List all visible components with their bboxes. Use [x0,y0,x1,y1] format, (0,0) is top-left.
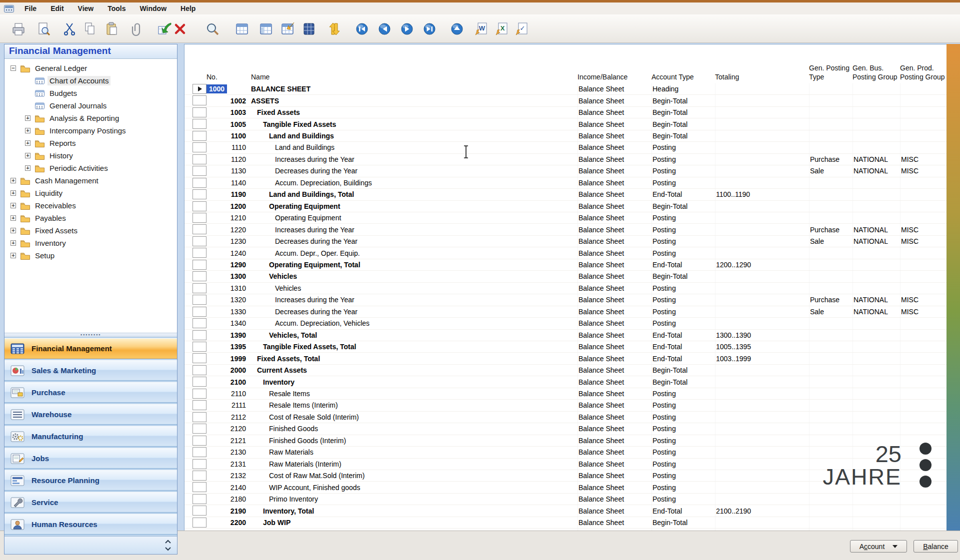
cell-no[interactable]: 2000 [206,365,247,376]
cell-gen-posting-type[interactable] [809,95,852,106]
delete-icon[interactable] [172,20,188,37]
cell-income-balance[interactable]: Balance Sheet [578,447,652,458]
row-selector[interactable] [192,342,206,352]
cell-gen-bus-posting-group[interactable] [852,400,900,411]
table-row[interactable]: 2000Current AssetsBalance SheetBegin-Tot… [184,365,946,376]
cell-no[interactable]: 2130 [206,447,247,458]
cell-gen-bus-posting-group[interactable]: NATIONAL [852,154,900,165]
cell-no[interactable]: 1190 [206,189,247,200]
cell-gen-prod-posting-group[interactable] [900,400,945,411]
cell-gen-posting-type[interactable]: Sale [809,165,852,176]
module-button-manufacturing[interactable]: Manufacturing [4,426,177,447]
cell-gen-posting-type[interactable] [809,412,852,423]
row-selector[interactable] [192,389,206,399]
cell-totaling[interactable] [715,470,809,481]
cell-totaling[interactable] [715,212,809,223]
cell-income-balance[interactable]: Balance Sheet [578,482,652,493]
cell-no[interactable]: 1002 [206,95,247,106]
cell-name[interactable]: Land and Buildings, Total [247,189,578,200]
cell-gen-prod-posting-group[interactable] [900,353,945,364]
table-row[interactable]: 2110Resale ItemsBalance SheetPosting [184,388,946,400]
row-selector[interactable] [192,189,206,199]
cell-gen-bus-posting-group[interactable] [852,283,900,294]
cell-name[interactable]: Land and Buildings [247,130,578,141]
cell-gen-posting-type[interactable] [809,341,852,352]
cell-totaling[interactable] [715,400,809,411]
row-selector[interactable] [192,107,206,117]
cell-account-type[interactable]: Begin-Total [652,376,715,387]
cell-name[interactable]: Accum. Depreciation, Vehicles [247,318,578,329]
cell-income-balance[interactable]: Balance Sheet [578,259,652,270]
cell-totaling[interactable] [715,459,809,470]
print-preview-icon[interactable] [35,20,52,37]
cell-totaling[interactable] [715,271,809,282]
table-row[interactable]: 1999Fixed Assets, TotalBalance SheetEnd-… [184,353,946,364]
cell-gen-posting-type[interactable] [809,330,852,341]
cell-gen-bus-posting-group[interactable] [852,517,900,528]
paste-icon[interactable] [104,20,120,37]
row-selector[interactable] [192,471,206,481]
cell-income-balance[interactable]: Balance Sheet [578,201,652,212]
scroll-up-icon[interactable] [163,538,173,546]
cell-no[interactable]: 1320 [206,294,247,305]
cell-account-type[interactable]: Posting [652,470,715,481]
tree-item-general-ledger[interactable]: −General Ledger [4,62,177,74]
cell-gen-prod-posting-group[interactable] [900,189,945,200]
cell-name[interactable]: Job WIP [247,517,578,528]
table-row[interactable]: 1310VehiclesBalance SheetPosting [184,283,946,294]
row-selector[interactable] [192,377,206,387]
cell-gen-posting-type[interactable] [809,318,852,329]
cell-totaling[interactable] [715,435,809,446]
cell-no[interactable]: 1130 [206,165,247,176]
row-selector[interactable] [192,224,206,234]
module-button-human-resources[interactable]: Human Resources [4,514,177,535]
tree-item-periodic-activities[interactable]: +Periodic Activities [4,162,177,174]
cell-totaling[interactable] [715,224,809,235]
print-icon[interactable] [10,20,27,37]
module-button-sales-marketing[interactable]: Sales & Marketing [4,360,177,381]
cell-account-type[interactable]: Heading [652,83,715,94]
cell-gen-bus-posting-group[interactable] [852,95,900,106]
cell-gen-prod-posting-group[interactable] [900,118,945,129]
cell-totaling[interactable] [715,165,809,176]
cell-gen-bus-posting-group[interactable]: NATIONAL [852,165,900,176]
row-selector[interactable] [192,248,206,258]
expand-icon[interactable]: + [25,115,30,121]
card-icon[interactable] [258,20,274,37]
cell-name[interactable]: Current Assets [247,365,578,376]
cell-no[interactable]: 1120 [206,154,247,165]
list-icon[interactable] [234,20,250,37]
cell-totaling[interactable] [715,447,809,458]
cell-income-balance[interactable]: Balance Sheet [578,212,652,223]
table-row[interactable]: 1300VehiclesBalance SheetBegin-Total [184,271,946,282]
cell-gen-prod-posting-group[interactable] [900,494,945,505]
table-row[interactable]: 1330Decreases during the YearBalance She… [184,306,946,318]
cell-gen-bus-posting-group[interactable] [852,353,900,364]
cell-no[interactable]: 2180 [206,494,247,505]
cell-totaling[interactable] [715,517,809,528]
cell-gen-prod-posting-group[interactable] [900,271,945,282]
cell-name[interactable]: WIP Account, Finished goods [247,482,578,493]
cell-gen-prod-posting-group[interactable]: MISC [900,224,945,235]
cell-totaling[interactable] [715,365,809,376]
cell-account-type[interactable]: Posting [652,294,715,305]
cell-gen-posting-type[interactable]: Sale [809,306,852,317]
cell-gen-prod-posting-group[interactable] [900,95,945,106]
cell-account-type[interactable]: Posting [652,236,715,247]
cell-gen-prod-posting-group[interactable]: MISC [900,294,945,305]
cell-name[interactable]: Cost of Raw Mat.Sold (Interim) [247,470,578,481]
menu-tools[interactable]: Tools [104,3,129,13]
cell-income-balance[interactable]: Balance Sheet [578,459,652,470]
cell-gen-bus-posting-group[interactable] [852,365,900,376]
cell-name[interactable]: Operating Equipment [247,212,578,223]
cell-totaling[interactable] [715,294,809,305]
cell-no[interactable]: 1140 [206,177,247,188]
cell-account-type[interactable]: End-Total [652,259,715,270]
cell-account-type[interactable]: Posting [652,212,715,223]
cell-gen-prod-posting-group[interactable]: MISC [900,165,945,176]
tree-item-fixed-assets[interactable]: +Fixed Assets [4,224,177,237]
cell-account-type[interactable]: Posting [652,412,715,423]
cell-income-balance[interactable]: Balance Sheet [578,118,652,129]
cell-income-balance[interactable]: Balance Sheet [578,400,652,411]
cell-gen-posting-type[interactable] [809,212,852,223]
